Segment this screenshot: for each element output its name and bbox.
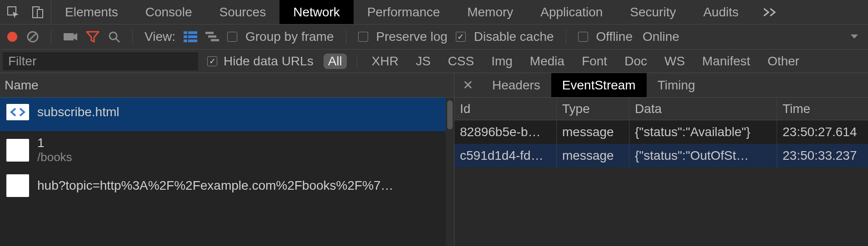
type-divider	[357, 54, 357, 68]
col-id[interactable]: Id	[454, 98, 557, 120]
svg-rect-17	[211, 39, 219, 41]
detail-pane: ✕ HeadersEventStreamTiming Id Type Data …	[454, 73, 868, 246]
devtools-tabstrip: ElementsConsoleSourcesNetworkPerformance…	[0, 0, 868, 25]
tab-audits[interactable]: Audits	[689, 0, 752, 24]
request-list-pane: Name subscribe.html1/bookshub?topic=http…	[0, 73, 454, 246]
svg-rect-9	[184, 31, 187, 34]
col-type[interactable]: Type	[557, 98, 629, 120]
document-icon	[6, 139, 29, 162]
filter-type-ws[interactable]: WS	[660, 54, 689, 69]
html-file-icon	[6, 104, 29, 120]
resource-type-filters: AllXHRJSCSSImgMediaFontDocWSManifestOthe…	[324, 54, 804, 69]
request-name: subscribe.html	[37, 105, 120, 119]
filter-type-manifest[interactable]: Manifest	[698, 54, 755, 69]
request-row[interactable]: hub?topic=http%3A%2F%2Fexample.com%2Fboo…	[0, 169, 454, 202]
hide-data-urls-checkbox[interactable]	[207, 56, 217, 66]
cell-data: {"status":"OutOfSt…	[629, 144, 777, 167]
svg-line-5	[30, 34, 36, 40]
eventstream-row[interactable]: 82896b5e-b…message{"status":"Available"}…	[454, 120, 868, 144]
overview-icon[interactable]	[205, 32, 219, 42]
clear-icon[interactable]	[26, 30, 39, 43]
tabstrip-overflow[interactable]	[752, 0, 788, 24]
tab-application[interactable]: Application	[527, 0, 616, 24]
filter-type-font[interactable]: Font	[577, 54, 612, 69]
tab-elements[interactable]: Elements	[51, 0, 132, 24]
toolbar-divider	[566, 30, 566, 44]
svg-line-8	[116, 39, 120, 42]
cell-time: 23:50:27.614	[777, 120, 868, 144]
group-by-frame-checkbox[interactable]	[227, 32, 237, 42]
request-list-header: Name	[0, 73, 454, 98]
request-text: hub?topic=http%3A%2F%2Fexample.com%2Fboo…	[37, 178, 394, 193]
throttle-select[interactable]: Online	[643, 30, 679, 44]
cell-data: {"status":"Available"}	[629, 120, 777, 144]
svg-rect-16	[208, 35, 216, 38]
preserve-log-label: Preserve log	[376, 30, 448, 44]
svg-rect-11	[184, 35, 187, 38]
tab-console[interactable]: Console	[132, 0, 206, 24]
eventstream-row[interactable]: c591d1d4-fd…message{"status":"OutOfSt…23…	[454, 144, 868, 167]
detail-tab-headers[interactable]: Headers	[481, 73, 551, 97]
svg-rect-2	[37, 10, 43, 18]
svg-rect-14	[188, 39, 197, 42]
svg-rect-6	[64, 33, 74, 40]
eventstream-body[interactable]: 82896b5e-b…message{"status":"Available"}…	[454, 120, 868, 246]
filter-type-xhr[interactable]: XHR	[367, 54, 403, 69]
col-time[interactable]: Time	[777, 98, 868, 120]
record-icon[interactable]	[6, 31, 18, 43]
tab-performance[interactable]: Performance	[354, 0, 454, 24]
svg-point-7	[110, 32, 117, 39]
cell-type: message	[557, 144, 629, 167]
device-toggle-icon[interactable]	[31, 5, 45, 19]
group-by-frame-label: Group by frame	[245, 30, 334, 44]
large-rows-icon[interactable]	[184, 31, 197, 42]
network-toolbar: View: Group by frame Preserve log Disabl…	[0, 25, 868, 49]
request-name: 1	[37, 136, 72, 150]
svg-rect-12	[188, 35, 197, 38]
offline-checkbox[interactable]	[578, 32, 588, 42]
tab-memory[interactable]: Memory	[454, 0, 527, 24]
inspect-icon[interactable]	[6, 5, 20, 19]
tab-security[interactable]: Security	[616, 0, 689, 24]
detail-tab-eventstream[interactable]: EventStream	[551, 73, 647, 97]
cell-id: c591d1d4-fd…	[454, 144, 557, 167]
filter-type-other[interactable]: Other	[763, 54, 804, 69]
toolbar-divider	[132, 30, 133, 44]
network-filter-row: Hide data URLs AllXHRJSCSSImgMediaFontDo…	[0, 49, 868, 73]
preserve-log-checkbox[interactable]	[358, 32, 368, 42]
svg-rect-13	[184, 39, 187, 42]
panel-tabs: ElementsConsoleSourcesNetworkPerformance…	[51, 0, 752, 24]
filter-type-js[interactable]: JS	[411, 54, 435, 69]
name-column-label: Name	[5, 78, 39, 93]
svg-point-3	[7, 32, 17, 42]
request-row[interactable]: subscribe.html	[0, 98, 454, 131]
close-detail-icon[interactable]: ✕	[454, 73, 481, 97]
view-label: View:	[145, 30, 175, 44]
svg-rect-10	[188, 31, 197, 34]
disable-cache-checkbox[interactable]	[456, 32, 466, 42]
filter-type-all[interactable]: All	[324, 54, 347, 69]
filter-type-img[interactable]: Img	[487, 54, 517, 69]
col-data[interactable]: Data	[629, 98, 777, 120]
eventstream-header: Id Type Data Time	[454, 98, 868, 120]
filter-icon[interactable]	[86, 30, 100, 43]
request-text: 1/books	[37, 136, 72, 164]
offline-label: Offline	[596, 30, 633, 44]
hide-data-urls-label: Hide data URLs	[224, 54, 314, 69]
throttle-dropdown-icon[interactable]	[850, 34, 862, 40]
request-list[interactable]: subscribe.html1/bookshub?topic=http%3A%2…	[0, 98, 454, 246]
detail-tab-timing[interactable]: Timing	[647, 73, 706, 97]
request-row[interactable]: 1/books	[0, 131, 454, 169]
eventstream-table: Id Type Data Time 82896b5e-b…message{"st…	[454, 98, 868, 246]
filter-type-media[interactable]: Media	[525, 54, 569, 69]
request-name: hub?topic=http%3A%2F%2Fexample.com%2Fboo…	[37, 178, 394, 193]
filter-input[interactable]	[3, 52, 198, 70]
filter-type-doc[interactable]: Doc	[620, 54, 652, 69]
cell-time: 23:50:33.237	[777, 144, 868, 167]
request-list-scrollbar[interactable]	[446, 98, 454, 246]
tab-network[interactable]: Network	[279, 0, 354, 24]
search-icon[interactable]	[108, 30, 120, 43]
filter-type-css[interactable]: CSS	[444, 54, 479, 69]
camera-icon[interactable]	[63, 32, 78, 42]
tab-sources[interactable]: Sources	[205, 0, 279, 24]
